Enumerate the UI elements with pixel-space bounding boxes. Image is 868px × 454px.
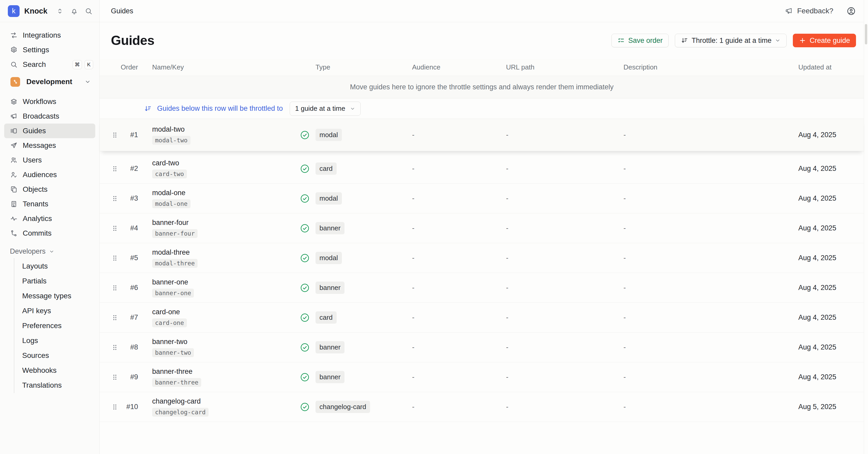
row-order: #4 xyxy=(130,224,143,232)
workspace-switcher-icon[interactable] xyxy=(56,7,64,15)
throttle-dropdown-button[interactable]: Throttle: 1 guide at a time xyxy=(675,34,786,47)
guide-name[interactable]: modal-one xyxy=(152,189,186,197)
sidebar-item-commits[interactable]: Commits xyxy=(0,226,99,240)
ignore-throttle-dropzone[interactable]: Move guides here to ignore the throttle … xyxy=(100,76,864,98)
scrollbar-thumb[interactable] xyxy=(865,24,867,45)
table-row[interactable]: #7 card-one card-one card - - - Aug 4, 2… xyxy=(100,303,864,333)
save-order-button[interactable]: Save order xyxy=(612,34,669,47)
table-row[interactable]: #3 modal-one modal-one modal - - - Aug 4… xyxy=(100,183,864,214)
row-url-path: - xyxy=(506,224,623,232)
sidebar-item-label: Settings xyxy=(23,46,49,54)
sidebar-item-guides[interactable]: Guides xyxy=(4,123,95,138)
guide-name[interactable]: banner-one xyxy=(152,278,188,286)
row-description: - xyxy=(623,165,798,173)
drag-handle[interactable] xyxy=(111,131,121,139)
drag-handle[interactable] xyxy=(111,165,121,173)
sidebar-item-messages[interactable]: Messages xyxy=(0,138,99,153)
guide-name[interactable]: banner-three xyxy=(152,368,193,376)
audiences-icon xyxy=(10,171,18,179)
table-row[interactable]: #8 banner-two banner-two banner - - - Au… xyxy=(100,333,864,362)
sidebar-item-workflows[interactable]: Workflows xyxy=(0,94,99,109)
table-row[interactable]: #10 changelog-card changelog-card change… xyxy=(100,392,864,422)
type-badge: modal xyxy=(315,192,342,204)
chevron-down-icon xyxy=(775,38,781,44)
guide-name[interactable]: banner-two xyxy=(152,338,187,346)
sidebar-item-logs[interactable]: Logs xyxy=(14,333,99,348)
drag-handle[interactable] xyxy=(111,254,121,262)
guide-name[interactable]: changelog-card xyxy=(152,397,201,405)
kbd-k: K xyxy=(85,60,93,69)
table-row[interactable]: #9 banner-three banner-three banner - - … xyxy=(100,362,864,392)
drag-handle[interactable] xyxy=(111,343,121,351)
drag-handle-icon xyxy=(111,343,119,351)
developers-section-toggle[interactable]: Developers xyxy=(10,247,99,255)
row-updated-at: Aug 4, 2025 xyxy=(798,165,864,173)
feedback-button[interactable]: Feedback? xyxy=(785,7,833,15)
sidebar-item-analytics[interactable]: Analytics xyxy=(0,211,99,226)
row-audience: - xyxy=(412,224,506,232)
page-header: Guides Save order Throttle: 1 guide at a… xyxy=(100,22,864,59)
scrollbar-track[interactable] xyxy=(864,0,868,454)
throttle-divider-link[interactable]: Guides below this row will be throttled … xyxy=(144,105,283,113)
table-row[interactable]: #2 card-two card-two card - - - Aug 4, 2… xyxy=(100,154,864,183)
column-header-order: Order xyxy=(121,63,143,71)
table-row[interactable]: #5 modal-three modal-three modal - - - A… xyxy=(100,243,864,273)
column-header-updated-at: Updated at xyxy=(798,63,864,71)
row-order: #7 xyxy=(130,313,143,321)
status-active-icon xyxy=(300,313,315,322)
messages-icon xyxy=(10,142,18,149)
throttle-value-select[interactable]: 1 guide at a time xyxy=(290,102,361,116)
sidebar-item-webhooks[interactable]: Webhooks xyxy=(14,363,99,378)
search-shortcut: ⌘ K xyxy=(72,60,93,69)
drag-handle[interactable] xyxy=(111,314,121,321)
user-avatar-button[interactable] xyxy=(846,6,856,16)
environment-name: Development xyxy=(26,78,72,86)
status-active-icon xyxy=(300,402,315,412)
table-row[interactable]: #1 modal-two modal-two modal - - - Aug 4… xyxy=(100,119,864,151)
guide-name[interactable]: modal-two xyxy=(152,125,185,134)
drag-handle[interactable] xyxy=(111,403,121,411)
sidebar-item-partials[interactable]: Partials xyxy=(14,274,99,288)
create-guide-button[interactable]: Create guide xyxy=(793,34,856,47)
table-row[interactable]: #4 banner-four banner-four banner - - - … xyxy=(100,214,864,243)
sidebar-item-audiences[interactable]: Audiences xyxy=(0,167,99,182)
sidebar-item-sources[interactable]: Sources xyxy=(14,348,99,363)
sidebar-item-tenants[interactable]: Tenants xyxy=(0,197,99,211)
status-active-icon xyxy=(300,164,315,174)
sidebar-item-users[interactable]: Users xyxy=(0,153,99,167)
status-active-icon xyxy=(300,342,315,352)
sidebar-item-preferences[interactable]: Preferences xyxy=(14,318,99,333)
row-description: - xyxy=(623,313,798,321)
search-icon[interactable] xyxy=(85,7,93,15)
row-url-path: - xyxy=(506,165,623,173)
sidebar-item-api-keys[interactable]: API keys xyxy=(14,303,99,318)
sidebar-item-settings[interactable]: Settings xyxy=(0,42,99,57)
type-badge: card xyxy=(315,163,337,175)
table-row[interactable]: #6 banner-one banner-one banner - - - Au… xyxy=(100,273,864,303)
sidebar-item-translations[interactable]: Translations xyxy=(14,378,99,393)
chevron-down-icon xyxy=(350,106,355,111)
sort-descending-icon xyxy=(681,37,688,44)
sidebar-header: k Knock xyxy=(0,0,99,22)
sidebar-item-message-types[interactable]: Message types xyxy=(14,288,99,303)
guide-name[interactable]: card-one xyxy=(152,308,180,316)
sidebar-item-layouts[interactable]: Layouts xyxy=(14,259,99,274)
guide-name[interactable]: card-two xyxy=(152,159,179,167)
sidebar-item-integrations[interactable]: Integrations xyxy=(0,28,99,42)
sidebar-item-broadcasts[interactable]: Broadcasts xyxy=(0,109,99,123)
chevron-down-icon xyxy=(49,249,55,254)
drag-handle[interactable] xyxy=(111,224,121,232)
drag-handle[interactable] xyxy=(111,284,121,292)
drag-handle[interactable] xyxy=(111,195,121,202)
analytics-icon xyxy=(10,215,18,223)
bell-icon[interactable] xyxy=(70,7,78,15)
drag-handle[interactable] xyxy=(111,373,121,381)
row-description: - xyxy=(623,131,798,139)
guide-name[interactable]: banner-four xyxy=(152,219,189,227)
environment-switcher[interactable]: Development xyxy=(0,75,99,89)
guide-name[interactable]: modal-three xyxy=(152,249,190,257)
sidebar-item-search[interactable]: Search ⌘ K xyxy=(0,57,99,72)
sidebar-item-objects[interactable]: Objects xyxy=(0,182,99,197)
sidebar-item-label: Integrations xyxy=(23,31,61,39)
row-url-path: - xyxy=(506,313,623,321)
